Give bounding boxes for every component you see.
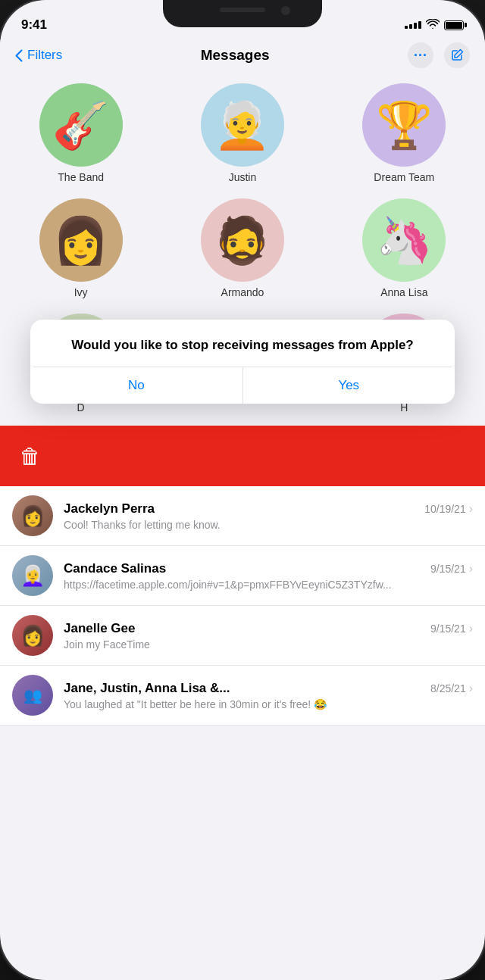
pinned-name-dream: Dream Team <box>374 171 434 183</box>
pinned-name-annalisa: Anna Lisa <box>380 286 427 298</box>
notch <box>163 0 322 27</box>
pinned-name-band: The Band <box>58 171 104 183</box>
msg-date-janelle: 9/15/21 <box>430 623 466 635</box>
dialog-yes-button[interactable]: Yes <box>243 367 455 404</box>
msg-preview-candace: https://facetime.apple.com/join#v=1&p=pm… <box>64 579 473 591</box>
pinned-item-band[interactable]: 🎸 The Band <box>13 83 149 183</box>
msg-name-candace: Candace Salinas <box>64 561 166 576</box>
avatar-jane: 👥 <box>12 675 53 716</box>
msg-name-jackelyn: Jackelyn Perra <box>64 501 155 517</box>
speaker <box>220 8 265 12</box>
msg-header-janelle: Janelle Gee 9/15/21 › <box>64 621 473 636</box>
avatar-janelle: 👩 <box>12 615 53 656</box>
status-icons <box>405 19 464 32</box>
pinned-avatar-armando: 🧔 <box>201 198 284 282</box>
msg-date-jackelyn: 10/19/21 <box>424 503 466 515</box>
chevron-jane: › <box>469 682 473 695</box>
avatar-jackelyn: 👩 <box>12 495 53 536</box>
message-row-candace[interactable]: 👩‍🦳 Candace Salinas 9/15/21 › https://fa… <box>0 546 485 606</box>
wifi-icon <box>426 19 440 32</box>
more-button[interactable]: ··· <box>408 42 433 68</box>
pinned-item-annalisa[interactable]: 🦄 Anna Lisa <box>336 198 472 298</box>
pinned-name-ivy: Ivy <box>74 286 88 298</box>
pinned-item-justin[interactable]: 🧑‍🦳 Justin <box>174 83 311 183</box>
nav-actions: ··· <box>408 42 470 68</box>
msg-content-jackelyn: Jackelyn Perra 10/19/21 › Cool! Thanks f… <box>64 501 473 531</box>
msg-date-candace: 9/15/21 <box>430 563 466 575</box>
msg-preview-jackelyn: Cool! Thanks for letting me know. <box>64 519 473 531</box>
chevron-jackelyn: › <box>469 502 473 516</box>
phone-frame: 9:41 <box>0 0 485 980</box>
dialog-buttons: No Yes <box>30 367 455 404</box>
pinned-name-armando: Armando <box>221 286 264 298</box>
pinned-name-justin: Justin <box>229 171 257 183</box>
page-title: Messages <box>62 47 408 64</box>
msg-preview-janelle: Join my FaceTime <box>64 638 473 651</box>
nav-bar: Filters Messages ··· <box>0 39 485 76</box>
avatar-candace: 👩‍🦳 <box>12 555 53 596</box>
pinned-item-dream[interactable]: 🏆 Dream Team <box>336 83 472 183</box>
dialog-message: Would you like to stop receiving message… <box>30 320 455 367</box>
front-camera <box>281 6 290 15</box>
signal-bar-4 <box>418 21 421 29</box>
msg-content-jane: Jane, Justin, Anna Lisa &... 8/25/21 › Y… <box>64 681 473 710</box>
pinned-avatar-dream: 🏆 <box>362 83 446 167</box>
pinned-avatar-ivy: 👩 <box>39 198 123 282</box>
battery-fill <box>446 22 462 29</box>
msg-content-janelle: Janelle Gee 9/15/21 › Join my FaceTime <box>64 621 473 651</box>
pinned-item-ivy[interactable]: 👩 Ivy <box>13 198 149 298</box>
dialog-no-button[interactable]: No <box>30 367 243 404</box>
msg-preview-jane: You laughed at "It better be here in 30m… <box>64 698 473 710</box>
back-button[interactable]: Filters <box>15 48 62 63</box>
pinned-item-armando[interactable]: 🧔 Armando <box>174 198 311 298</box>
msg-name-jane: Jane, Justin, Anna Lisa &... <box>64 681 230 696</box>
pinned-avatar-justin: 🧑‍🦳 <box>201 83 284 167</box>
trash-icon: 🗑 <box>20 444 41 469</box>
alert-dialog: Would you like to stop receiving message… <box>30 320 455 404</box>
signal-icon <box>405 21 421 29</box>
msg-header-candace: Candace Salinas 9/15/21 › <box>64 561 473 576</box>
chevron-janelle: › <box>469 622 473 635</box>
msg-header-jane: Jane, Justin, Anna Lisa &... 8/25/21 › <box>64 681 473 696</box>
msg-header-jackelyn: Jackelyn Perra 10/19/21 › <box>64 501 473 517</box>
more-icon: ··· <box>414 48 427 64</box>
battery-icon <box>444 20 464 30</box>
message-row-janelle[interactable]: 👩 Janelle Gee 9/15/21 › Join my FaceTime <box>0 606 485 666</box>
delete-strip: 🗑 <box>0 426 485 486</box>
message-row-jane[interactable]: 👥 Jane, Justin, Anna Lisa &... 8/25/21 ›… <box>0 666 485 726</box>
msg-content-candace: Candace Salinas 9/15/21 › https://faceti… <box>64 561 473 591</box>
msg-date-jane: 8/25/21 <box>430 682 466 694</box>
signal-bar-3 <box>414 23 417 29</box>
compose-button[interactable] <box>444 42 470 68</box>
dialog-container: Would you like to stop receiving message… <box>0 426 485 486</box>
signal-bar-1 <box>405 26 408 29</box>
message-row-jackelyn[interactable]: 👩 Jackelyn Perra 10/19/21 › Cool! Thanks… <box>0 486 485 546</box>
message-list: 👩 Jackelyn Perra 10/19/21 › Cool! Thanks… <box>0 486 485 726</box>
phone-screen: 9:41 <box>0 0 485 980</box>
status-time: 9:41 <box>21 17 47 33</box>
chevron-candace: › <box>469 562 473 576</box>
msg-name-janelle: Janelle Gee <box>64 621 136 636</box>
signal-bar-2 <box>409 24 412 29</box>
pinned-avatar-annalisa: 🦄 <box>362 198 446 282</box>
pinned-avatar-band: 🎸 <box>39 83 123 167</box>
